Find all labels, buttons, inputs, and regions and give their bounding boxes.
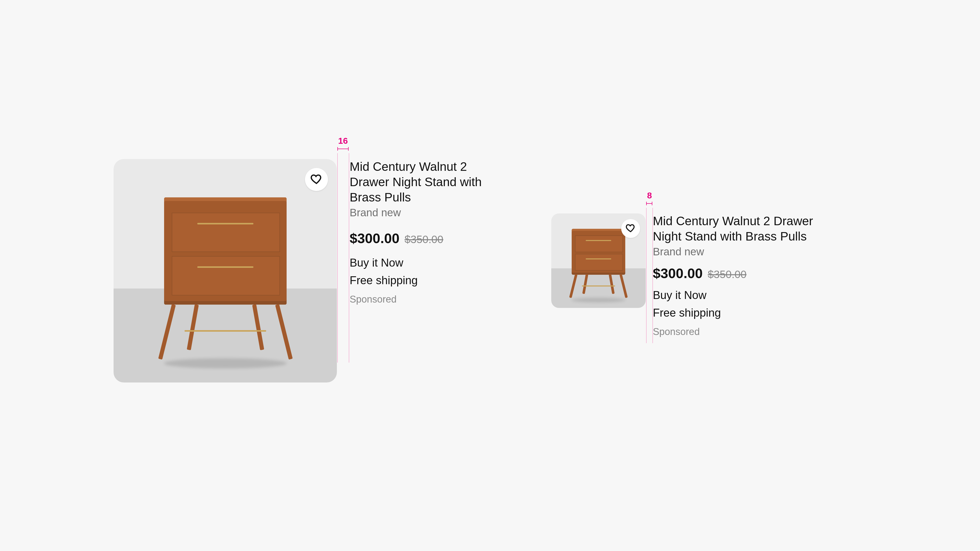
favorite-button[interactable] [305, 168, 328, 191]
product-details: Mid Century Walnut 2 Drawer Night Stand … [653, 213, 814, 338]
product-details: Mid Century Walnut 2 Drawer Night Stand … [350, 159, 508, 382]
favorite-button[interactable] [621, 219, 640, 238]
shipping-label: Free shipping [350, 273, 508, 287]
heart-icon [626, 223, 635, 234]
product-price-was: $350.00 [404, 233, 443, 247]
product-condition: Brand new [350, 206, 508, 220]
product-card-large: Mid Century Walnut 2 Drawer Night Stand … [114, 159, 508, 382]
buy-it-now-label: Buy it Now [350, 256, 508, 270]
product-card-small: Mid Century Walnut 2 Drawer Night Stand … [551, 213, 814, 338]
product-price: $300.00 [653, 265, 703, 282]
shipping-label: Free shipping [653, 306, 814, 320]
product-thumbnail[interactable] [114, 159, 337, 382]
sponsored-label: Sponsored [350, 293, 508, 306]
spacing-label: 8 [647, 191, 652, 201]
sponsored-label: Sponsored [653, 326, 814, 338]
spacing-label: 16 [338, 136, 348, 146]
product-thumbnail[interactable] [551, 213, 646, 308]
spacing-bracket [337, 147, 348, 151]
spacing-bracket [646, 202, 652, 205]
price-row: $300.00 $350.00 [350, 230, 508, 247]
product-title[interactable]: Mid Century Walnut 2 Drawer Night Stand … [653, 213, 814, 244]
product-price: $300.00 [350, 230, 399, 247]
product-title[interactable]: Mid Century Walnut 2 Drawer Night Stand … [350, 159, 508, 205]
heart-icon [310, 173, 322, 186]
buy-it-now-label: Buy it Now [653, 288, 814, 302]
price-row: $300.00 $350.00 [653, 265, 814, 282]
product-condition: Brand new [653, 245, 814, 259]
product-price-was: $350.00 [708, 268, 746, 281]
